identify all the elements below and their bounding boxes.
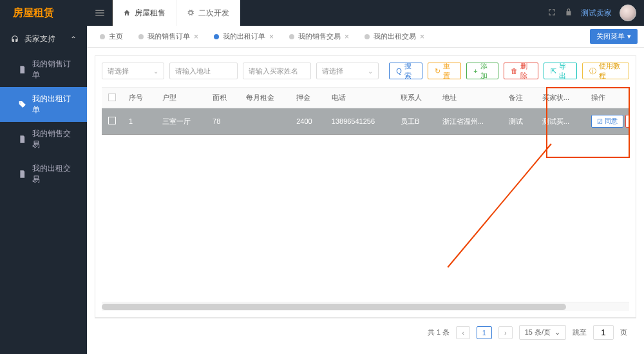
page-tab-rent-tx[interactable]: 我的出租交易 ×	[358, 29, 431, 44]
top-tab-label: 二次开发	[198, 8, 229, 19]
page-size-select[interactable]: 15 条/页 ⌄	[519, 325, 566, 340]
top-tab-rent[interactable]: 房屋租售	[113, 0, 176, 26]
fullscreen-icon[interactable]	[547, 8, 556, 19]
select-all-checkbox[interactable]	[108, 93, 116, 101]
chevron-up-icon: ⌃	[70, 35, 77, 44]
cell-buyer-status: 测试买...	[536, 108, 585, 135]
refresh-icon: ↻	[435, 67, 440, 75]
filter-address-input[interactable]: 请输入地址	[169, 63, 238, 79]
page-suffix: 页	[620, 328, 627, 337]
scrollbar-thumb[interactable]	[102, 304, 566, 310]
col-area: 面积	[206, 88, 240, 108]
col-contact: 联系人	[394, 88, 436, 108]
hamburger-icon	[94, 7, 106, 19]
cell-address: 浙江省温州...	[436, 108, 502, 135]
sidebar-item-label: 我的销售订单	[32, 59, 77, 81]
info-icon: ⓘ	[589, 66, 596, 76]
tutorial-button[interactable]: ⓘ使用教程	[582, 63, 629, 79]
cell-phone: 13896541256	[325, 108, 394, 135]
row-checkbox[interactable]	[108, 117, 116, 124]
reset-button[interactable]: ↻重置	[428, 63, 461, 79]
delete-button[interactable]: 🗑删除	[504, 63, 538, 79]
filter-select-2[interactable]: 请选择 ⌄	[316, 63, 379, 79]
page-tab-sales-order[interactable]: 我的销售订单 ×	[132, 29, 205, 44]
col-phone: 电话	[325, 88, 394, 108]
page-tab-label: 我的销售交易	[298, 32, 341, 41]
sidebar-item-sales-order[interactable]: 我的销售订单	[0, 52, 87, 87]
lock-icon[interactable]	[564, 8, 573, 19]
sidebar-item-label: 我的销售交易	[32, 128, 77, 150]
select-placeholder: 请选择	[322, 66, 343, 76]
next-page-button[interactable]: ›	[498, 326, 513, 339]
agree-button[interactable]: ☑同意	[591, 115, 623, 128]
close-icon[interactable]: ×	[269, 32, 274, 41]
cell-remark: 测试	[502, 108, 536, 135]
sidebar-item-rent-order[interactable]: 我的出租订单	[0, 87, 87, 122]
chevron-down-icon: ⌄	[368, 68, 373, 75]
jump-label: 跳至	[573, 328, 587, 337]
page-tab-sales-tx[interactable]: 我的销售交易 ×	[283, 29, 355, 44]
support-icon	[10, 35, 19, 44]
col-buyer-status: 买家状...	[536, 88, 585, 108]
doc-icon	[18, 170, 27, 179]
col-deposit: 押金	[290, 88, 325, 108]
search-button[interactable]: Q搜索	[389, 63, 422, 79]
page-tab-home[interactable]: 主页	[93, 29, 129, 44]
filter-select-1[interactable]: 请选择 ⌄	[102, 63, 164, 79]
input-placeholder: 请输入地址	[175, 66, 211, 76]
col-actions: 操作	[585, 88, 629, 108]
table-row[interactable]: 1 三室一厅 78 2400 13896541256 员工B 浙江省温州... …	[102, 108, 629, 135]
home-icon	[123, 9, 131, 17]
sidebar-item-label: 我的出租订单	[32, 93, 77, 115]
horizontal-scrollbar[interactable]	[102, 302, 629, 311]
input-placeholder: 请输入买家姓名	[249, 66, 298, 76]
jump-page-input[interactable]	[593, 325, 614, 340]
tab-dot-icon	[289, 34, 294, 39]
close-menu-button[interactable]: 关闭菜单 ▾	[590, 29, 638, 44]
close-icon[interactable]: ×	[345, 32, 349, 41]
app-logo: 房屋租赁	[0, 0, 87, 26]
user-name[interactable]: 测试卖家	[581, 8, 612, 19]
trash-icon: 🗑	[511, 67, 518, 75]
col-seq: 序号	[122, 88, 156, 108]
doc-icon	[18, 135, 27, 144]
doc-icon	[18, 65, 27, 74]
menu-toggle[interactable]	[87, 0, 113, 26]
sidebar-item-rent-tx[interactable]: 我的出租交易	[0, 157, 87, 192]
tab-dot-icon	[214, 34, 219, 39]
add-button[interactable]: +添加	[466, 63, 498, 79]
export-icon: ⇱	[551, 67, 556, 75]
col-remark: 备注	[502, 88, 536, 108]
close-icon[interactable]: ×	[420, 32, 424, 41]
prev-page-button[interactable]: ‹	[456, 326, 470, 339]
sidebar-group-label: 卖家支持	[24, 34, 55, 44]
pagination: 共 1 条 ‹ 1 › 15 条/页 ⌄ 跳至 页	[95, 318, 636, 346]
cell-deposit: 2400	[290, 108, 325, 135]
page-number[interactable]: 1	[477, 326, 492, 339]
cell-contact: 员工B	[394, 108, 436, 135]
avatar[interactable]	[620, 5, 636, 21]
filter-buyer-input[interactable]: 请输入买家姓名	[243, 63, 311, 79]
top-tab-label: 房屋租售	[135, 8, 166, 19]
total-count: 共 1 条	[428, 328, 450, 337]
tab-dot-icon	[100, 34, 105, 39]
tab-dot-icon	[138, 34, 144, 39]
cell-seq: 1	[122, 108, 156, 135]
page-tab-rent-order[interactable]: 我的出租订单 ×	[207, 29, 280, 44]
close-icon[interactable]: ×	[194, 32, 198, 41]
export-button[interactable]: ⇱导出	[544, 63, 577, 79]
chevron-down-icon: ⌄	[153, 68, 158, 75]
page-tab-label: 我的出租交易	[374, 32, 416, 41]
select-placeholder: 请选择	[108, 66, 129, 76]
top-tab-dev[interactable]: 二次开发	[176, 0, 240, 26]
chevron-down-icon: ▾	[627, 32, 631, 41]
reject-button[interactable]: ⊘驳回	[625, 115, 629, 128]
page-tab-label: 主页	[109, 32, 123, 41]
gear-icon	[187, 9, 194, 17]
tag-icon	[18, 100, 27, 109]
sidebar-group-seller[interactable]: 卖家支持 ⌃	[0, 26, 87, 52]
sidebar-item-sales-tx[interactable]: 我的销售交易	[0, 122, 87, 157]
check-icon: ☑	[597, 118, 603, 125]
cell-area: 78	[206, 108, 240, 135]
page-tab-label: 我的销售订单	[147, 32, 190, 41]
